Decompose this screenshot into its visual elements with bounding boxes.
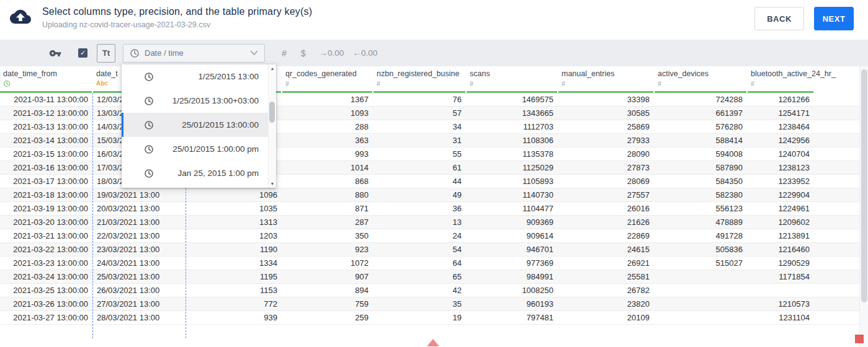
table-cell: 1334 <box>186 257 282 270</box>
number-type-indicator: # <box>751 79 812 88</box>
table-cell: 1224961 <box>748 202 815 215</box>
add-decimal-button[interactable]: →0.00 <box>320 48 344 58</box>
dropdown-scrollbar-thumb[interactable] <box>269 102 275 123</box>
table-cell: 1093 <box>282 107 374 120</box>
date-format-option[interactable]: 25/01/2015 1:00:00 pm <box>122 137 276 161</box>
clock-icon <box>130 48 140 58</box>
column-type-select[interactable]: Date / time <box>123 44 265 63</box>
option-label: 25/01/2015 1:00:00 pm <box>172 144 259 154</box>
table-cell: 2021-03-16 13:00:00 <box>0 161 93 174</box>
column-header-bluetooth_active_24_hr_[interactable]: bluetooth_active_24_hr_# <box>748 66 815 93</box>
back-button[interactable]: BACK <box>754 7 804 30</box>
include-column-checkbox[interactable]: ✓ <box>78 48 87 58</box>
clock-icon <box>144 120 154 130</box>
table-cell: 55 <box>374 147 467 160</box>
table-cell: 26782 <box>558 284 655 297</box>
next-button[interactable]: NEXT <box>814 7 854 30</box>
number-type-indicator: # <box>285 79 370 88</box>
table-cell: 1014 <box>282 161 374 174</box>
table-cell: 960193 <box>467 297 558 310</box>
upload-status-text: Uploading nz-covid-tracer-usage-2021-03-… <box>42 20 312 29</box>
table-cell: 2021-03-27 13:00:00 <box>0 311 93 324</box>
table-cell: 939 <box>186 311 282 324</box>
scroll-down-icon[interactable]: ▼ <box>271 182 275 186</box>
scroll-up-icon[interactable]: ▲ <box>271 66 275 71</box>
table-cell: 2021-03-15 13:00:00 <box>0 147 93 160</box>
column-header-scans[interactable]: scans# <box>467 66 558 93</box>
table-cell: 2021-03-21 13:00:00 <box>0 229 93 242</box>
table-cell: 25/03/2021 13:00 <box>93 270 186 283</box>
column-header-qr_codes_generated[interactable]: qr_codes_generated# <box>282 66 374 93</box>
table-cell: 2021-03-25 13:00:00 <box>0 284 93 297</box>
table-cell: 350 <box>282 229 374 242</box>
table-cell: 363 <box>282 134 374 147</box>
column-name: nzbn_registered_busine <box>377 69 463 78</box>
date-format-option[interactable]: 1/25/2015 13:00 <box>122 64 276 89</box>
table-cell: 33398 <box>558 93 655 106</box>
table-cell: 2021-03-13 13:00:00 <box>0 120 93 133</box>
vertical-scrollbar[interactable] <box>859 66 868 347</box>
table-cell: 661397 <box>655 107 748 120</box>
table-cell: 1209602 <box>748 216 815 229</box>
number-type-indicator: # <box>470 79 555 88</box>
table-cell: 2021-03-18 13:00:00 <box>0 188 93 201</box>
table-cell: 2021-03-24 13:00:00 <box>0 270 93 283</box>
table-cell: 1008250 <box>467 284 558 297</box>
table-cell: 27/03/2021 13:00 <box>93 297 186 310</box>
date-format-dropdown: 1/25/2015 13:001/25/2015 13:00+03:0025/0… <box>122 64 276 188</box>
table-row: 2021-03-27 13:00:0028/03/2021 13:0093925… <box>0 311 859 325</box>
table-cell: 22869 <box>558 229 655 242</box>
table-row: 2021-03-20 13:00:0021/03/2021 13:0013132… <box>0 216 859 229</box>
table-cell: 772 <box>186 297 282 310</box>
table-row: 2021-03-25 13:00:0026/03/2021 13:0011538… <box>0 284 859 297</box>
table-cell: 13 <box>374 216 467 229</box>
table-cell: 287 <box>282 216 374 229</box>
scroll-corner-marker <box>855 335 864 343</box>
table-cell: 977369 <box>467 257 558 270</box>
clock-icon <box>144 96 154 106</box>
table-cell: 1125029 <box>467 161 558 174</box>
table-row: 2021-03-19 13:00:0020/03/2021 13:0010358… <box>0 202 859 216</box>
table-cell: 993 <box>282 147 374 160</box>
date-format-option[interactable]: 1/25/2015 13:00+03:00 <box>122 89 276 113</box>
currency-type-button[interactable]: $ <box>301 48 306 58</box>
table-cell: 1105893 <box>467 175 558 188</box>
table-cell: 505836 <box>655 243 748 256</box>
table-cell: 76 <box>374 93 467 106</box>
table-cell: 27557 <box>558 188 655 201</box>
dropdown-scrollbar[interactable]: ▲ ▼ <box>268 64 276 188</box>
date-format-option[interactable]: 25/01/2015 13:00:00 <box>122 113 276 137</box>
primary-key-icon[interactable] <box>49 47 61 59</box>
table-row: 2021-03-22 13:00:0023/03/2021 13:0011909… <box>0 243 859 257</box>
table-cell: 25581 <box>558 270 655 283</box>
vertical-scrollbar-thumb[interactable] <box>861 69 867 302</box>
column-name: qr_codes_generated <box>285 69 370 78</box>
table-cell: 1203 <box>186 229 282 242</box>
date-format-option[interactable]: Jan 25, 2015 1:00 pm <box>122 161 276 185</box>
column-header-nzbn_registered_busine[interactable]: nzbn_registered_busine# <box>374 66 467 93</box>
table-cell: 23/03/2021 13:00 <box>93 243 186 256</box>
table-cell: 28/03/2021 13:00 <box>93 311 186 324</box>
table-cell: 1035 <box>186 202 282 215</box>
table-cell: 1112703 <box>467 120 558 133</box>
column-header-active_devices[interactable]: active_devices# <box>655 66 748 93</box>
header-filler <box>815 66 859 93</box>
datetime-type-icon <box>3 79 90 88</box>
table-cell: 868 <box>282 175 374 188</box>
text-type-button[interactable]: Tt <box>97 44 115 63</box>
chevron-down-icon <box>250 50 258 56</box>
table-cell: 26016 <box>558 202 655 215</box>
column-header-date_time_from[interactable]: date_time_from <box>0 66 93 93</box>
remove-decimal-button[interactable]: ←0.00 <box>352 48 377 58</box>
table-cell: 49 <box>374 188 467 201</box>
option-label: 1/25/2015 13:00 <box>198 72 259 81</box>
table-cell: 28090 <box>558 147 655 160</box>
table-cell: 478889 <box>655 216 748 229</box>
number-type-button[interactable]: # <box>282 48 287 58</box>
table-cell: 1343665 <box>467 107 558 120</box>
table-cell: 1367 <box>282 93 374 106</box>
table-cell: 907 <box>282 270 374 283</box>
table-cell: 54 <box>374 243 467 256</box>
column-name: scans <box>470 69 555 78</box>
column-header-manual_entries[interactable]: manual_entries# <box>558 66 655 93</box>
